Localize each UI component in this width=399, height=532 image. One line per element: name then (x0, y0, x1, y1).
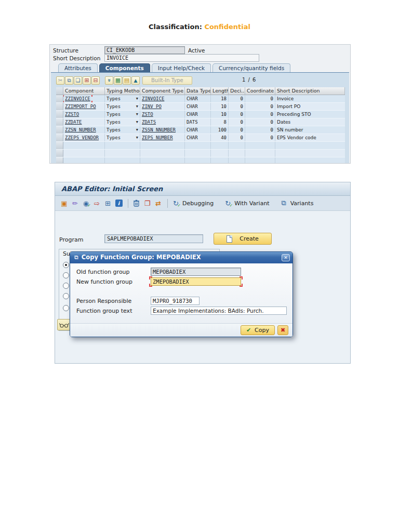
dropdown-icon[interactable]: ▼ (136, 134, 138, 141)
toolbar-separator (167, 199, 168, 208)
paste-rows-icon[interactable]: ▦ (114, 76, 122, 85)
execute-icon[interactable]: ◉✓ (81, 198, 91, 208)
tab-currency-quantity-fields[interactable]: Currency/quantity fields (212, 63, 290, 72)
dropdown-icon[interactable]: ▼ (136, 126, 138, 134)
new-document-icon (227, 235, 232, 243)
dialog-titlebar[interactable]: ⧉Copy Function Group: MEPOBADIEX ✕ (70, 252, 292, 263)
components-toolbar: ✂ ⧉ ❏ ⊞ ⊟ » ▦ ▤ ▲ Built-In Type (56, 76, 192, 85)
empty-table-row[interactable] (56, 150, 345, 157)
tab-attributes[interactable]: Attributes (58, 63, 98, 72)
component-link[interactable]: ZZSTO (65, 112, 79, 117)
component-type-link[interactable]: ZINV_PO (142, 104, 162, 109)
new-function-group-label: New function group (76, 278, 132, 285)
variants-button[interactable]: ⧉ Variants (279, 198, 314, 208)
empty-table-row[interactable] (56, 157, 345, 164)
person-responsible-input[interactable]: MJPRO_918730 (151, 297, 200, 305)
new-function-group-input[interactable]: ZMEPOBADIEX (151, 277, 241, 286)
dropdown-icon[interactable]: ▼ (136, 118, 138, 126)
empty-table-row[interactable] (56, 142, 345, 150)
row-selector[interactable] (56, 126, 63, 134)
other-object-icon[interactable]: ▣ (59, 198, 69, 208)
built-in-type-button[interactable]: Built-In Type (142, 76, 192, 85)
person-responsible-label: Person Responsible (76, 298, 131, 304)
old-function-group-input[interactable]: MEPOBADIEX (151, 268, 241, 276)
table-row[interactable]: ZZEPS_VENDOR Types▼ ZEPS_NUMBER CHAR 40 … (56, 134, 345, 142)
expand-all-icon[interactable]: » (105, 76, 113, 85)
display-button[interactable] (57, 319, 71, 330)
row-selector[interactable] (56, 95, 63, 102)
function-group-text-label: Function group text (76, 308, 132, 314)
table-header-row: Component Typing Method Component Type D… (56, 87, 345, 95)
typing-method-cell[interactable]: Types▼ (105, 118, 140, 126)
check-icon: ✔ (246, 327, 251, 334)
copy-icon[interactable]: ⧉ (65, 76, 73, 85)
row-selector[interactable] (56, 111, 63, 118)
dropdown-icon[interactable]: ▼ (136, 111, 138, 118)
paste-icon[interactable]: ❏ (74, 76, 82, 85)
info-icon[interactable]: i (114, 198, 124, 208)
dropdown-icon[interactable]: ▼ (136, 95, 138, 102)
classification-value: Confidential (204, 23, 250, 31)
subobject-radio[interactable] (63, 262, 69, 268)
component-type-link[interactable]: ZSTO (142, 112, 153, 117)
component-link[interactable]: ZZIMPORT_PO (65, 104, 96, 109)
insert-row-icon[interactable]: ⊞ (83, 76, 91, 85)
component-link[interactable]: ZZEPS_VENDOR (65, 135, 99, 140)
typing-method-cell[interactable]: Types▼ (105, 126, 140, 134)
short-description-input[interactable]: INVOICE (104, 54, 259, 62)
header-selector-cell (56, 87, 63, 95)
row-selector[interactable] (56, 134, 63, 141)
tab-input-help-check[interactable]: Input Help/Check (152, 63, 211, 72)
component-type-link[interactable]: ZDATS (142, 119, 156, 125)
cut-icon[interactable]: ✂ (56, 76, 64, 85)
copy-button[interactable]: ✔ Copy (241, 325, 275, 335)
window-titlebar: ABAP Editor: Initial Screen (55, 182, 350, 196)
table-row[interactable]: ZZIMPORT_PO Types▼ ZINV_PO CHAR 10 0 0 I… (56, 103, 345, 111)
structure-input[interactable]: CI_EKKODB (104, 46, 185, 54)
with-variant-button[interactable]: ↻✓ With Variant (223, 198, 270, 208)
subobject-radio[interactable] (63, 293, 69, 299)
function-group-text-input[interactable]: Example Implementations: BAdIs: Purch. (151, 307, 287, 315)
component-type-link[interactable]: ZEPS_NUMBER (142, 135, 173, 140)
move-up-icon[interactable]: ▲ (131, 76, 140, 85)
delete-trash-icon[interactable] (131, 198, 141, 208)
typing-method-cell[interactable]: Types▼ (105, 103, 140, 110)
hierarchy-icon[interactable]: ⊞ (103, 198, 113, 208)
typing-method-cell[interactable]: Types▼ (105, 111, 140, 118)
subobject-radio[interactable] (63, 305, 69, 311)
row-selector[interactable] (56, 118, 63, 126)
program-input[interactable]: SAPLMEPOBADIEX (104, 234, 203, 243)
subobject-radio[interactable] (63, 272, 69, 278)
table-row[interactable]: ZZSN_NUMBER Types▼ ZSSN_NNUMBER CHAR 100… (56, 126, 345, 134)
debugging-button[interactable]: ↻✓ Debugging (171, 198, 214, 208)
copy-folder-icon: ⧉ (74, 254, 78, 261)
transport-icon[interactable]: ⇨ (92, 198, 102, 208)
component-link[interactable]: ZZSN_NUMBER (65, 127, 96, 132)
table-row[interactable]: ZZINVOICE Types▼ ZINVOICE CHAR 18 0 0 In… (56, 95, 345, 103)
subobject-radio[interactable] (63, 283, 69, 289)
cancel-icon[interactable]: ✖ (277, 325, 288, 335)
rename-icon[interactable]: ⇄ (153, 198, 163, 208)
close-icon[interactable]: ✕ (282, 254, 290, 261)
component-type-link[interactable]: ZINVOICE (142, 96, 164, 101)
components-table: Component Typing Method Component Type D… (56, 87, 345, 164)
table-row[interactable]: ZZSTO Types▼ ZSTO CHAR 10 0 0 Preceding … (56, 111, 345, 118)
component-type-link[interactable]: ZSSN_NNUMBER (142, 127, 176, 132)
copy-rows-icon[interactable]: ▤ (123, 76, 131, 85)
row-selector[interactable] (56, 103, 63, 110)
copy-object-icon[interactable]: ❐ (142, 198, 152, 208)
with-variant-icon: ↻✓ (223, 198, 233, 208)
pattern-wand-icon[interactable]: ✏ (70, 198, 80, 208)
component-link[interactable]: ZZINVOICE (65, 96, 90, 101)
structure-label: Structure (53, 47, 78, 54)
component-link[interactable]: ZZDATE (65, 119, 82, 125)
dropdown-icon[interactable]: ▼ (136, 103, 138, 110)
typing-method-cell[interactable]: Types▼ (105, 134, 140, 141)
table-row[interactable]: ZZDATE Types▼ ZDATS DATS 8 0 0 Dates (56, 118, 345, 126)
tab-components[interactable]: Components (99, 63, 150, 72)
header-component: Component (63, 87, 105, 95)
typing-method-cell[interactable]: Types▼ (105, 95, 140, 102)
create-button[interactable]: Create (214, 233, 272, 245)
old-function-group-label: Old function group (76, 269, 130, 275)
delete-row-icon[interactable]: ⊟ (91, 76, 100, 85)
